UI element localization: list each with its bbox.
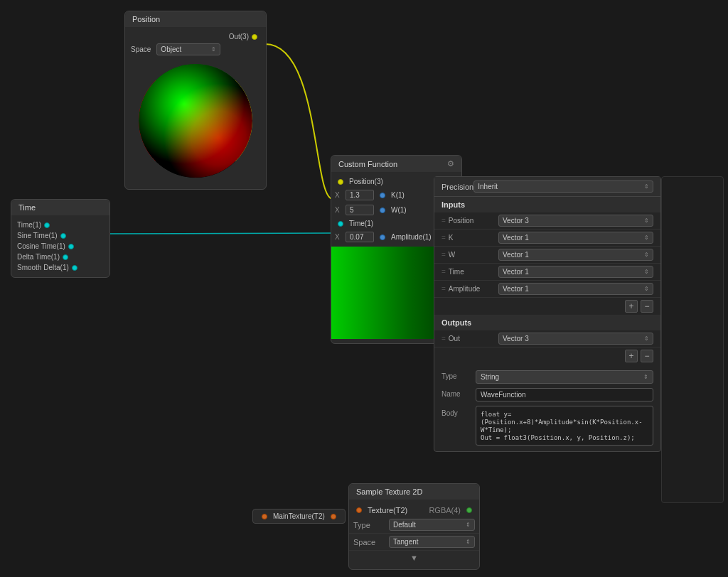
time-time-label: Time(1) bbox=[17, 221, 41, 229]
cf-k-x-input: X bbox=[335, 190, 374, 200]
inspector-input-k: = K Vector 1 ⇕ bbox=[434, 230, 660, 247]
time-port-smooth: Smooth Delta(1) bbox=[11, 262, 109, 273]
inspector-precision-label: Precision bbox=[441, 183, 473, 191]
position-space-stepper: ⇕ bbox=[211, 46, 216, 53]
inspector-precision-stepper: ⇕ bbox=[644, 183, 649, 190]
inspector-input-w-label: = W bbox=[441, 251, 498, 259]
inspector-input-time-label: = Time bbox=[441, 268, 498, 276]
position-node-title: Position bbox=[132, 15, 160, 23]
sample-texture-title: Sample Texture 2D bbox=[356, 487, 422, 496]
inspector-k-label: K bbox=[449, 234, 454, 242]
custom-function-settings-icon[interactable]: ⚙ bbox=[447, 159, 454, 168]
sample-texture-rgba-port[interactable] bbox=[466, 507, 472, 513]
inspector-w-select[interactable]: Vector 1 ⇕ bbox=[498, 249, 653, 261]
position-out-port[interactable] bbox=[252, 34, 257, 40]
inspector-w-value: Vector 1 bbox=[503, 251, 529, 259]
inspector-input-position: = Position Vector 3 ⇕ bbox=[434, 212, 660, 230]
cf-time-label: Time(1) bbox=[349, 220, 373, 227]
out-stepper: ⇕ bbox=[644, 335, 649, 342]
time-delta-label: Delta Time(1) bbox=[17, 253, 60, 261]
w-stepper: ⇕ bbox=[644, 252, 649, 258]
position-node-body: Out(3) Space Object ⇕ bbox=[125, 27, 266, 189]
outputs-add-btn[interactable]: + bbox=[625, 350, 638, 362]
time-port-time: Time(1) bbox=[11, 220, 109, 230]
type-label: Type bbox=[441, 370, 470, 380]
cf-amp-x-value[interactable] bbox=[346, 232, 374, 242]
cf-position-port[interactable] bbox=[338, 179, 343, 185]
main-texture-label: MainTexture(T2) bbox=[273, 512, 325, 520]
cf-time-port[interactable] bbox=[338, 221, 343, 227]
cf-w-x-value[interactable] bbox=[346, 205, 374, 215]
sample-texture-expand[interactable]: ▼ bbox=[349, 551, 479, 565]
sample-space-select[interactable]: Tangent ⇕ bbox=[389, 536, 475, 548]
cf-amp-label: Amplitude(1) bbox=[391, 233, 432, 241]
time-smooth-port[interactable] bbox=[72, 265, 77, 271]
body-value: float y=(Position.x+8)*Amplitude*sin(K*P… bbox=[481, 411, 643, 441]
type-select[interactable]: String ⇕ bbox=[476, 370, 653, 384]
inputs-add-btn[interactable]: + bbox=[625, 300, 638, 313]
time-port-cosine: Cosine Time(1) bbox=[11, 241, 109, 252]
custom-function-title: Custom Function bbox=[338, 160, 397, 168]
name-value: WaveFunction bbox=[481, 391, 526, 399]
time-smooth-label: Smooth Delta(1) bbox=[17, 264, 69, 271]
body-textarea[interactable]: float y=(Position.x+8)*Amplitude*sin(K*P… bbox=[476, 406, 653, 446]
position-node: Position Out(3) Space Object ⇕ bbox=[124, 11, 267, 190]
time-cosine-port[interactable] bbox=[68, 244, 74, 249]
time-stepper: ⇕ bbox=[644, 269, 649, 275]
inspector-input-k-label: = K bbox=[441, 234, 498, 242]
eq-icon-position: = bbox=[441, 217, 446, 225]
inspector-precision-select[interactable]: Inherit ⇕ bbox=[473, 180, 653, 193]
inspector-output-out: = Out Vector 3 ⇕ bbox=[434, 330, 660, 347]
inspector-out-select[interactable]: Vector 3 ⇕ bbox=[498, 333, 653, 345]
inspector-position-label: Position bbox=[449, 217, 474, 225]
position-stepper: ⇕ bbox=[644, 217, 649, 224]
eq-icon-out: = bbox=[441, 335, 446, 343]
inspector-k-value: Vector 1 bbox=[503, 234, 529, 242]
inputs-remove-btn[interactable]: − bbox=[641, 300, 653, 313]
inspector-outputs-list: = Out Vector 3 ⇕ bbox=[434, 330, 660, 347]
cf-amp-x-input: X bbox=[335, 232, 374, 242]
cf-amp-port[interactable] bbox=[380, 234, 385, 240]
sample-type-select[interactable]: Default ⇕ bbox=[389, 519, 475, 531]
cf-position-label: Position(3) bbox=[349, 178, 383, 185]
cf-k-label: K(1) bbox=[391, 191, 405, 199]
inspector-precision-row: Precision Inherit ⇕ bbox=[434, 177, 660, 197]
inspector-time-select[interactable]: Vector 1 ⇕ bbox=[498, 266, 653, 278]
cf-k-x-value[interactable] bbox=[346, 190, 374, 200]
time-delta-port[interactable] bbox=[63, 254, 68, 260]
sample-texture-input-label: Texture(T2) bbox=[368, 506, 407, 514]
name-input[interactable]: WaveFunction bbox=[476, 388, 653, 401]
custom-function-header: Custom Function ⚙ bbox=[331, 156, 461, 172]
name-label: Name bbox=[441, 388, 470, 398]
time-port-sine: Sine Time(1) bbox=[11, 230, 109, 241]
k-stepper: ⇕ bbox=[644, 234, 649, 241]
time-node-header: Time bbox=[11, 200, 109, 215]
cf-w-port[interactable] bbox=[380, 207, 385, 213]
body-row: Body float y=(Position.x+8)*Amplitude*si… bbox=[441, 404, 653, 448]
inspector-k-select[interactable]: Vector 1 ⇕ bbox=[498, 232, 653, 244]
body-label: Body bbox=[441, 406, 470, 417]
type-value: String bbox=[481, 373, 499, 381]
inspector-position-select[interactable]: Vector 3 ⇕ bbox=[498, 215, 653, 227]
main-texture-output-port[interactable] bbox=[262, 514, 267, 519]
position-node-header: Position bbox=[125, 11, 266, 27]
cf-w-x-input: X bbox=[335, 205, 374, 215]
sample-texture-input-port[interactable] bbox=[356, 507, 362, 513]
name-row: Name WaveFunction bbox=[441, 386, 653, 404]
inspector-precision-value: Inherit bbox=[478, 183, 498, 190]
outputs-remove-btn[interactable]: − bbox=[641, 350, 653, 362]
sample-space-label: Space bbox=[353, 538, 389, 546]
inspector-amplitude-select[interactable]: Vector 1 ⇕ bbox=[498, 283, 653, 295]
time-node: Time Time(1) Sine Time(1) Cosine Time(1)… bbox=[11, 199, 110, 278]
time-time-port[interactable] bbox=[44, 222, 50, 228]
inspector-time-value: Vector 1 bbox=[503, 268, 529, 276]
position-space-select[interactable]: Object ⇕ bbox=[156, 43, 220, 55]
time-sine-port[interactable] bbox=[60, 233, 66, 239]
time-node-title: Time bbox=[18, 203, 36, 212]
sample-type-value: Default bbox=[393, 521, 416, 529]
cf-k-port[interactable] bbox=[380, 193, 385, 198]
main-texture-input-port[interactable] bbox=[331, 514, 336, 519]
time-sine-label: Sine Time(1) bbox=[17, 232, 58, 239]
eq-icon-k: = bbox=[441, 234, 446, 242]
sample-space-stepper: ⇕ bbox=[466, 539, 471, 545]
